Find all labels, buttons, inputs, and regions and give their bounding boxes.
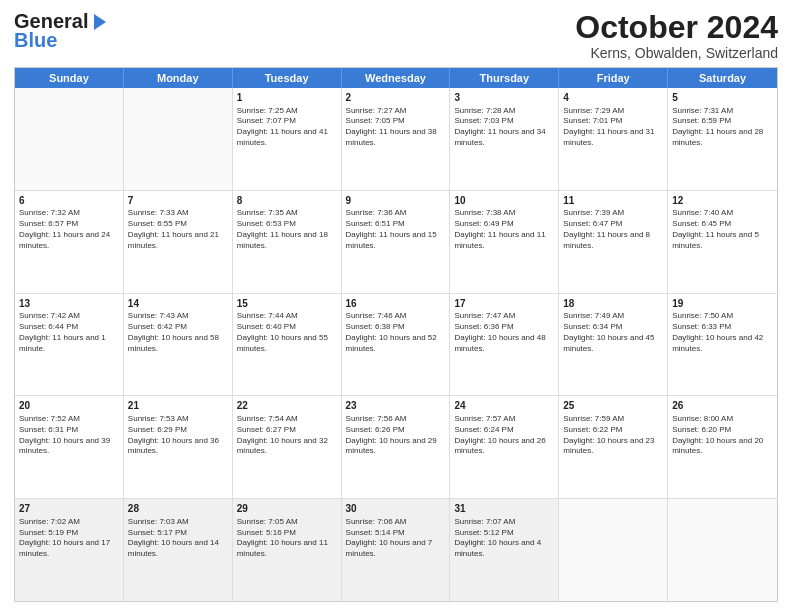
cell-info: Sunrise: 7:29 AMSunset: 7:01 PMDaylight:… — [563, 106, 663, 149]
cell-info: Sunrise: 7:38 AMSunset: 6:49 PMDaylight:… — [454, 208, 554, 251]
cell-info: Sunrise: 7:36 AMSunset: 6:51 PMDaylight:… — [346, 208, 446, 251]
calendar-cell: 31Sunrise: 7:07 AMSunset: 5:12 PMDayligh… — [450, 499, 559, 601]
day-number: 14 — [128, 297, 228, 311]
header-day-saturday: Saturday — [668, 68, 777, 88]
day-number: 2 — [346, 91, 446, 105]
cell-info: Sunrise: 7:25 AMSunset: 7:07 PMDaylight:… — [237, 106, 337, 149]
calendar-cell: 16Sunrise: 7:46 AMSunset: 6:38 PMDayligh… — [342, 294, 451, 396]
cell-info: Sunrise: 7:02 AMSunset: 5:19 PMDaylight:… — [19, 517, 119, 560]
day-number: 7 — [128, 194, 228, 208]
calendar-row-4: 20Sunrise: 7:52 AMSunset: 6:31 PMDayligh… — [15, 396, 777, 499]
cell-info: Sunrise: 7:32 AMSunset: 6:57 PMDaylight:… — [19, 208, 119, 251]
day-number: 28 — [128, 502, 228, 516]
day-number: 20 — [19, 399, 119, 413]
cell-info: Sunrise: 7:57 AMSunset: 6:24 PMDaylight:… — [454, 414, 554, 457]
day-number: 12 — [672, 194, 773, 208]
day-number: 19 — [672, 297, 773, 311]
day-number: 13 — [19, 297, 119, 311]
calendar-cell: 25Sunrise: 7:59 AMSunset: 6:22 PMDayligh… — [559, 396, 668, 498]
calendar-row-1: 1Sunrise: 7:25 AMSunset: 7:07 PMDaylight… — [15, 88, 777, 191]
calendar-cell — [668, 499, 777, 601]
day-number: 30 — [346, 502, 446, 516]
calendar-cell: 23Sunrise: 7:56 AMSunset: 6:26 PMDayligh… — [342, 396, 451, 498]
calendar: SundayMondayTuesdayWednesdayThursdayFrid… — [14, 67, 778, 602]
calendar-cell: 4Sunrise: 7:29 AMSunset: 7:01 PMDaylight… — [559, 88, 668, 190]
title-section: October 2024 Kerns, Obwalden, Switzerlan… — [575, 10, 778, 61]
logo: General Blue — [14, 10, 108, 52]
calendar-cell: 20Sunrise: 7:52 AMSunset: 6:31 PMDayligh… — [15, 396, 124, 498]
day-number: 27 — [19, 502, 119, 516]
svg-marker-0 — [94, 14, 106, 30]
cell-info: Sunrise: 7:47 AMSunset: 6:36 PMDaylight:… — [454, 311, 554, 354]
calendar-cell: 18Sunrise: 7:49 AMSunset: 6:34 PMDayligh… — [559, 294, 668, 396]
logo-blue: Blue — [14, 29, 57, 52]
calendar-cell: 5Sunrise: 7:31 AMSunset: 6:59 PMDaylight… — [668, 88, 777, 190]
cell-info: Sunrise: 7:33 AMSunset: 6:55 PMDaylight:… — [128, 208, 228, 251]
day-number: 8 — [237, 194, 337, 208]
day-number: 3 — [454, 91, 554, 105]
header: General Blue October 2024 Kerns, Obwalde… — [14, 10, 778, 61]
calendar-cell: 2Sunrise: 7:27 AMSunset: 7:05 PMDaylight… — [342, 88, 451, 190]
day-number: 22 — [237, 399, 337, 413]
header-day-wednesday: Wednesday — [342, 68, 451, 88]
cell-info: Sunrise: 7:31 AMSunset: 6:59 PMDaylight:… — [672, 106, 773, 149]
day-number: 4 — [563, 91, 663, 105]
day-number: 10 — [454, 194, 554, 208]
cell-info: Sunrise: 7:42 AMSunset: 6:44 PMDaylight:… — [19, 311, 119, 354]
calendar-cell — [559, 499, 668, 601]
subtitle: Kerns, Obwalden, Switzerland — [575, 45, 778, 61]
header-day-thursday: Thursday — [450, 68, 559, 88]
cell-info: Sunrise: 7:53 AMSunset: 6:29 PMDaylight:… — [128, 414, 228, 457]
cell-info: Sunrise: 7:52 AMSunset: 6:31 PMDaylight:… — [19, 414, 119, 457]
calendar-cell: 3Sunrise: 7:28 AMSunset: 7:03 PMDaylight… — [450, 88, 559, 190]
cell-info: Sunrise: 7:07 AMSunset: 5:12 PMDaylight:… — [454, 517, 554, 560]
calendar-header: SundayMondayTuesdayWednesdayThursdayFrid… — [15, 68, 777, 88]
calendar-cell: 15Sunrise: 7:44 AMSunset: 6:40 PMDayligh… — [233, 294, 342, 396]
cell-info: Sunrise: 7:03 AMSunset: 5:17 PMDaylight:… — [128, 517, 228, 560]
calendar-cell: 22Sunrise: 7:54 AMSunset: 6:27 PMDayligh… — [233, 396, 342, 498]
calendar-cell: 19Sunrise: 7:50 AMSunset: 6:33 PMDayligh… — [668, 294, 777, 396]
day-number: 15 — [237, 297, 337, 311]
cell-info: Sunrise: 7:44 AMSunset: 6:40 PMDaylight:… — [237, 311, 337, 354]
header-day-tuesday: Tuesday — [233, 68, 342, 88]
calendar-cell: 26Sunrise: 8:00 AMSunset: 6:20 PMDayligh… — [668, 396, 777, 498]
day-number: 16 — [346, 297, 446, 311]
day-number: 1 — [237, 91, 337, 105]
cell-info: Sunrise: 7:35 AMSunset: 6:53 PMDaylight:… — [237, 208, 337, 251]
calendar-cell: 12Sunrise: 7:40 AMSunset: 6:45 PMDayligh… — [668, 191, 777, 293]
calendar-cell: 21Sunrise: 7:53 AMSunset: 6:29 PMDayligh… — [124, 396, 233, 498]
header-day-monday: Monday — [124, 68, 233, 88]
calendar-cell — [15, 88, 124, 190]
calendar-row-2: 6Sunrise: 7:32 AMSunset: 6:57 PMDaylight… — [15, 191, 777, 294]
day-number: 25 — [563, 399, 663, 413]
day-number: 11 — [563, 194, 663, 208]
header-day-sunday: Sunday — [15, 68, 124, 88]
day-number: 18 — [563, 297, 663, 311]
cell-info: Sunrise: 7:40 AMSunset: 6:45 PMDaylight:… — [672, 208, 773, 251]
header-day-friday: Friday — [559, 68, 668, 88]
main-title: October 2024 — [575, 10, 778, 45]
calendar-cell: 1Sunrise: 7:25 AMSunset: 7:07 PMDaylight… — [233, 88, 342, 190]
calendar-cell: 9Sunrise: 7:36 AMSunset: 6:51 PMDaylight… — [342, 191, 451, 293]
cell-info: Sunrise: 7:59 AMSunset: 6:22 PMDaylight:… — [563, 414, 663, 457]
cell-info: Sunrise: 7:43 AMSunset: 6:42 PMDaylight:… — [128, 311, 228, 354]
calendar-cell: 29Sunrise: 7:05 AMSunset: 5:16 PMDayligh… — [233, 499, 342, 601]
day-number: 17 — [454, 297, 554, 311]
calendar-cell: 10Sunrise: 7:38 AMSunset: 6:49 PMDayligh… — [450, 191, 559, 293]
day-number: 26 — [672, 399, 773, 413]
calendar-row-3: 13Sunrise: 7:42 AMSunset: 6:44 PMDayligh… — [15, 294, 777, 397]
page: General Blue October 2024 Kerns, Obwalde… — [0, 0, 792, 612]
calendar-cell: 24Sunrise: 7:57 AMSunset: 6:24 PMDayligh… — [450, 396, 559, 498]
calendar-cell: 27Sunrise: 7:02 AMSunset: 5:19 PMDayligh… — [15, 499, 124, 601]
calendar-cell: 17Sunrise: 7:47 AMSunset: 6:36 PMDayligh… — [450, 294, 559, 396]
calendar-row-5: 27Sunrise: 7:02 AMSunset: 5:19 PMDayligh… — [15, 499, 777, 601]
cell-info: Sunrise: 7:46 AMSunset: 6:38 PMDaylight:… — [346, 311, 446, 354]
cell-info: Sunrise: 7:54 AMSunset: 6:27 PMDaylight:… — [237, 414, 337, 457]
calendar-cell: 14Sunrise: 7:43 AMSunset: 6:42 PMDayligh… — [124, 294, 233, 396]
cell-info: Sunrise: 7:56 AMSunset: 6:26 PMDaylight:… — [346, 414, 446, 457]
calendar-body: 1Sunrise: 7:25 AMSunset: 7:07 PMDaylight… — [15, 88, 777, 601]
day-number: 31 — [454, 502, 554, 516]
calendar-cell: 8Sunrise: 7:35 AMSunset: 6:53 PMDaylight… — [233, 191, 342, 293]
calendar-cell: 7Sunrise: 7:33 AMSunset: 6:55 PMDaylight… — [124, 191, 233, 293]
cell-info: Sunrise: 7:49 AMSunset: 6:34 PMDaylight:… — [563, 311, 663, 354]
